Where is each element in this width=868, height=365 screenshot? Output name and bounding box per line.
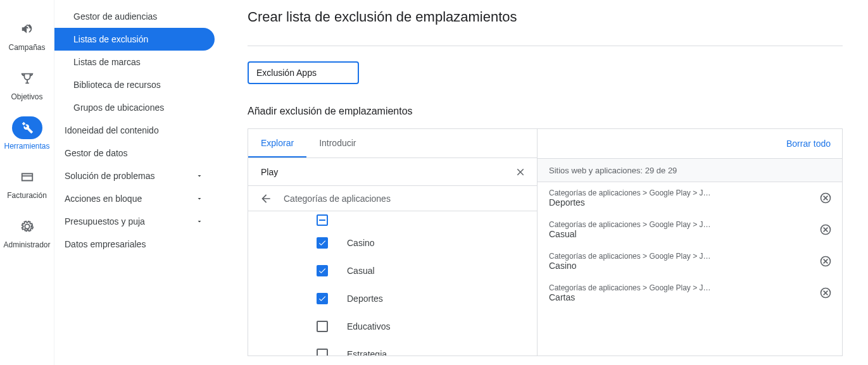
sidebar-item-label: Presupuestos y puja bbox=[65, 216, 145, 226]
selected-name: Deportes bbox=[549, 197, 812, 207]
tab-explore[interactable]: Explorar bbox=[248, 129, 306, 158]
search-value: Play bbox=[261, 167, 513, 177]
rail-label: Objetivos bbox=[11, 92, 42, 101]
selected-name: Casino bbox=[549, 261, 812, 271]
category-list: CasinoCasualDeportesEducativosEstrategia bbox=[248, 211, 537, 356]
selection-list: Categorías de aplicaciones > Google Play… bbox=[538, 182, 842, 356]
rail-item-billing[interactable]: Facturación bbox=[4, 166, 50, 200]
list-name-input[interactable] bbox=[248, 61, 359, 84]
rail-item-objectives[interactable]: Objetivos bbox=[4, 67, 50, 101]
chevron-down-icon bbox=[194, 171, 204, 181]
remove-icon[interactable] bbox=[818, 190, 833, 206]
checkbox[interactable] bbox=[317, 321, 328, 332]
selected-path: Categorías de aplicaciones > Google Play… bbox=[549, 189, 812, 197]
sidebar-item-label: Datos empresariales bbox=[65, 239, 146, 249]
selected-item: Categorías de aplicaciones > Google Play… bbox=[538, 214, 842, 245]
sidebar-item-label: Biblioteca de recursos bbox=[73, 80, 161, 90]
sidebar-item-label: Solución de problemas bbox=[65, 171, 154, 181]
sidebar-item[interactable]: Datos empresariales bbox=[54, 233, 215, 256]
placements-panel: Explorar Introducir Play Categorías de a… bbox=[248, 128, 843, 356]
checkbox[interactable] bbox=[317, 265, 328, 276]
selected-item: Categorías de aplicaciones > Google Play… bbox=[538, 182, 842, 214]
selection-count: Sitios web y aplicaciones: 29 de 29 bbox=[538, 158, 842, 182]
sidebar-item[interactable]: Idoneidad del contenido bbox=[54, 119, 215, 142]
megaphone-icon bbox=[12, 18, 42, 40]
breadcrumb-text: Categorías de aplicaciones bbox=[284, 194, 391, 204]
sidebar-item-label: Gestor de datos bbox=[65, 148, 128, 158]
sidebar-item[interactable]: Biblioteca de recursos bbox=[54, 73, 215, 96]
category-row[interactable]: Estrategia bbox=[248, 340, 537, 356]
clear-search-icon[interactable] bbox=[513, 164, 528, 180]
sidebar-item-label: Gestor de audiencias bbox=[73, 11, 157, 22]
tabs: Explorar Introducir bbox=[248, 129, 537, 158]
category-label: Deportes bbox=[347, 294, 383, 304]
sidebar-item-label: Idoneidad del contenido bbox=[65, 125, 159, 135]
sidebar-item[interactable]: Acciones en bloque bbox=[54, 187, 215, 210]
sidebar-item[interactable]: Listas de exclusión bbox=[54, 28, 215, 51]
chevron-down-icon bbox=[194, 194, 204, 204]
selected-name: Casual bbox=[549, 229, 812, 239]
left-rail: CampañasObjetivosHerramientasFacturación… bbox=[0, 0, 54, 365]
search-row: Play bbox=[248, 158, 537, 186]
remove-icon[interactable] bbox=[818, 222, 833, 237]
checkbox[interactable] bbox=[317, 214, 328, 226]
category-label: Estrategia bbox=[347, 349, 387, 356]
category-label: Casual bbox=[347, 266, 375, 276]
selected-item: Categorías de aplicaciones > Google Play… bbox=[538, 245, 842, 277]
panel-left: Explorar Introducir Play Categorías de a… bbox=[248, 129, 538, 356]
checkbox[interactable] bbox=[317, 293, 328, 304]
category-label: Educativos bbox=[347, 321, 390, 331]
rail-label: Herramientas bbox=[4, 142, 49, 151]
category-row[interactable]: Deportes bbox=[248, 285, 537, 312]
category-row[interactable] bbox=[248, 211, 537, 229]
wrench-icon bbox=[12, 116, 42, 139]
tab-enter[interactable]: Introducir bbox=[306, 129, 368, 158]
sidebar-item[interactable]: Gestor de datos bbox=[54, 142, 215, 164]
rail-item-admin[interactable]: Administrador bbox=[4, 215, 50, 249]
back-arrow-icon[interactable] bbox=[258, 191, 274, 206]
checkbox[interactable] bbox=[317, 349, 328, 356]
selected-item: Categorías de aplicaciones > Google Play… bbox=[538, 277, 842, 309]
main: Crear lista de exclusión de emplazamient… bbox=[222, 0, 868, 365]
remove-icon[interactable] bbox=[818, 285, 833, 300]
sidebar-item-label: Grupos de ubicaciones bbox=[73, 102, 164, 113]
category-row[interactable]: Casual bbox=[248, 257, 537, 285]
rail-item-tools[interactable]: Herramientas bbox=[4, 116, 50, 151]
selected-path: Categorías de aplicaciones > Google Play… bbox=[549, 252, 812, 261]
category-label: Casino bbox=[347, 238, 375, 248]
sidebar-item[interactable]: Grupos de ubicaciones bbox=[54, 96, 215, 119]
checkbox[interactable] bbox=[317, 237, 328, 249]
sidebar-item-label: Acciones en bloque bbox=[65, 194, 142, 204]
card-icon bbox=[12, 166, 42, 189]
rail-item-campaigns[interactable]: Campañas bbox=[4, 18, 50, 52]
sidebar-item[interactable]: Presupuestos y puja bbox=[54, 210, 215, 233]
page-title: Crear lista de exclusión de emplazamient… bbox=[248, 9, 843, 25]
sidebar-item-label: Listas de exclusión bbox=[73, 34, 148, 44]
category-row[interactable]: Educativos bbox=[248, 312, 537, 340]
remove-icon[interactable] bbox=[818, 254, 833, 269]
rail-label: Facturación bbox=[7, 191, 47, 200]
chevron-down-icon bbox=[194, 216, 204, 226]
selected-name: Cartas bbox=[549, 292, 812, 302]
gear-icon bbox=[12, 215, 42, 238]
selected-path: Categorías de aplicaciones > Google Play… bbox=[549, 283, 812, 292]
panel-right: Borrar todo Sitios web y aplicaciones: 2… bbox=[538, 129, 842, 356]
selected-path: Categorías de aplicaciones > Google Play… bbox=[549, 220, 812, 229]
sidebar-item-label: Listas de marcas bbox=[73, 57, 141, 67]
trophy-icon bbox=[12, 67, 42, 90]
breadcrumb-row: Categorías de aplicaciones bbox=[248, 186, 537, 211]
sidebar-item[interactable]: Gestor de audiencias bbox=[54, 5, 215, 28]
rail-label: Administrador bbox=[3, 240, 50, 249]
section-title: Añadir exclusión de emplazamientos bbox=[248, 106, 843, 117]
clear-all-button[interactable]: Borrar todo bbox=[786, 139, 831, 149]
sidebar-item[interactable]: Solución de problemas bbox=[54, 164, 215, 187]
rail-label: Campañas bbox=[8, 43, 45, 52]
category-row[interactable]: Casino bbox=[248, 229, 537, 257]
sidebar-item[interactable]: Listas de marcas bbox=[54, 51, 215, 73]
sidebar: Gestor de audienciasListas de exclusiónL… bbox=[54, 0, 222, 365]
